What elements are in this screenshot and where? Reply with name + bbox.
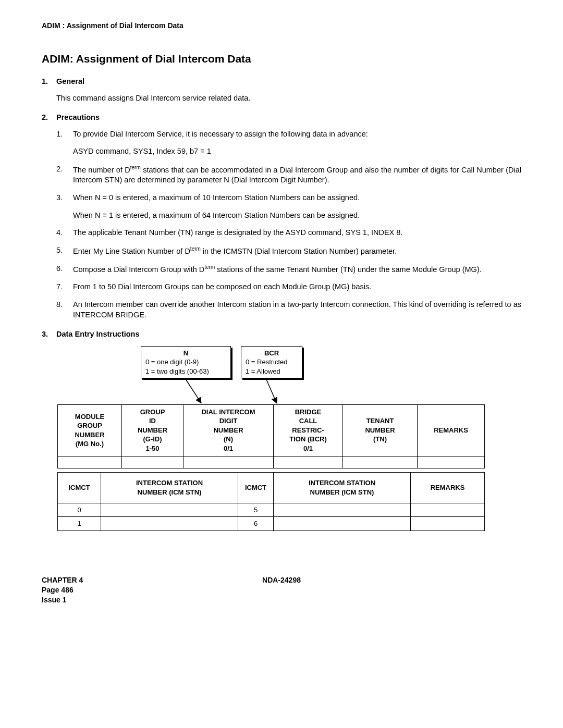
cell [274,503,411,517]
callout-cap: N [145,349,226,358]
precaution-4: 4. The applicable Tenant Number (TN) ran… [56,228,521,238]
table-row: 1 6 [58,517,485,531]
svg-line-1 [266,378,276,402]
precautions-body: 1. To provide Dial Intercom Service, it … [56,129,521,320]
footer-page: Page 486 [42,585,521,595]
running-header: ADIM : Assignment of Dial Intercom Data [42,21,521,31]
superscript: term [190,246,201,252]
section-number: 3. [42,329,56,340]
list-number: 3. [56,193,73,203]
callout-line: 0 = Restricted [246,357,298,367]
col-bridge-call: BRIDGECALLRESTRIC-TION (BCR)0/1 [274,404,343,456]
svg-line-0 [185,378,201,402]
col-tenant: TENANTNUMBER(TN) [343,404,418,456]
text-part: The number of D [73,166,130,174]
list-number: 8. [56,300,73,320]
blank-cell [122,456,183,468]
col-group-id: GROUPIDNUMBER(G-ID)1-50 [122,404,183,456]
list-number: 4. [56,228,73,238]
callout-cap: BCR [246,349,298,358]
footer-doc-id: NDA-24298 [262,575,301,585]
precaution-8: 8. An Intercom member can override anoth… [56,300,521,320]
list-text: Enter My Line Station Number of Dterm in… [73,245,521,256]
text-part: stations of the same Tenant Number (TN) … [215,265,481,274]
list-text: An Intercom member can override another … [73,300,521,320]
page-footer: CHAPTER 4 Page 486 Issue 1 NDA-24298 [42,575,521,605]
col-remarks: REMARKS [411,472,485,503]
col-icmct-right: ICMCT [238,472,274,503]
blank-cell [183,456,274,468]
cell [274,517,411,531]
list-text: The number of Dterm stations that can be… [73,164,521,186]
precaution-1-sub: ASYD command, SYS1, Index 59, b7 = 1 [73,146,521,157]
list-number: 7. [56,282,73,292]
list-text: To provide Dial Intercom Service, it is … [73,129,521,140]
cell [101,503,238,517]
callout-line: 0 = one digit (0-9) [145,357,226,367]
data-entry-diagram: N 0 = one digit (0-9) 1 = two digits (00… [57,346,485,534]
list-text: When N = 0 is entered, a maximum of 10 I… [73,193,521,203]
list-text: Compose a Dial Intercom Group with Dterm… [73,264,521,275]
main-header-table: MODULEGROUPNUMBER(MG No.) GROUPIDNUMBER(… [57,404,485,468]
callout-line: 1 = two digits (00-63) [145,367,226,376]
list-text: The applicable Tenant Number (TN) range … [73,228,521,238]
cell [411,517,485,531]
general-text: This command assigns Dial Intercom servi… [56,93,521,104]
section-data-entry-heading: 3. Data Entry Instructions [42,329,521,340]
precaution-1: 1. To provide Dial Intercom Service, it … [56,129,521,140]
list-number: 2. [56,164,73,186]
callout-line: 1 = Allowed [246,367,298,376]
blank-cell [418,456,485,468]
list-number: 1. [56,129,73,140]
precaution-7: 7. From 1 to 50 Dial Intercom Groups can… [56,282,521,292]
section-number: 2. [42,113,56,123]
text-part: Compose a Dial Intercom Group with D [73,265,204,274]
col-dial-digit: DIAL INTERCOMDIGITNUMBER(N)0/1 [183,404,274,456]
cell: 5 [238,503,274,517]
list-text: From 1 to 50 Dial Intercom Groups can be… [73,282,521,292]
page-title: ADIM: Assignment of Dial Intercom Data [42,52,521,66]
blank-cell [58,456,122,468]
blank-cell [274,456,343,468]
text-part: Enter My Line Station Number of D [73,247,190,255]
precaution-5: 5. Enter My Line Station Number of Dterm… [56,245,521,256]
cell: 6 [238,517,274,531]
precaution-6: 6. Compose a Dial Intercom Group with Dt… [56,264,521,275]
cell: 0 [58,503,101,517]
text-part: stations that can be accommodated in a D… [73,166,521,184]
section-title: Precautions [56,113,100,123]
precaution-2: 2. The number of Dterm stations that can… [56,164,521,186]
callout-bcr: BCR 0 = Restricted 1 = Allowed [241,346,302,379]
cell [411,503,485,517]
footer-issue: Issue 1 [42,595,521,605]
section-number: 1. [42,77,56,87]
precaution-3: 3. When N = 0 is entered, a maximum of 1… [56,193,521,203]
text-part: in the ICMSTN (Dial Intercom Station Num… [201,247,397,255]
col-icmct-left: ICMCT [58,472,101,503]
list-number: 6. [56,264,73,275]
superscript: term [204,264,215,270]
col-remarks: REMARKS [418,404,485,456]
sub-table: ICMCT INTERCOM STATIONNUMBER (ICM STN) I… [57,472,485,531]
col-module-group: MODULEGROUPNUMBER(MG No.) [58,404,122,456]
superscript: term [130,165,141,170]
section-precautions-heading: 2. Precautions [42,113,521,123]
table-row: 0 5 [58,503,485,517]
cell: 1 [58,517,101,531]
list-number: 5. [56,245,73,256]
section-general-heading: 1. General [42,77,521,87]
blank-cell [343,456,418,468]
col-icm-stn-left: INTERCOM STATIONNUMBER (ICM STN) [101,472,238,503]
section-title: Data Entry Instructions [56,329,140,340]
callout-n: N 0 = one digit (0-9) 1 = two digits (00… [141,346,231,379]
col-icm-stn-right: INTERCOM STATIONNUMBER (ICM STN) [274,472,411,503]
precaution-3-sub: When N = 1 is entered, a maximum of 64 I… [73,211,521,221]
section-title: General [56,77,84,87]
cell [101,517,238,531]
